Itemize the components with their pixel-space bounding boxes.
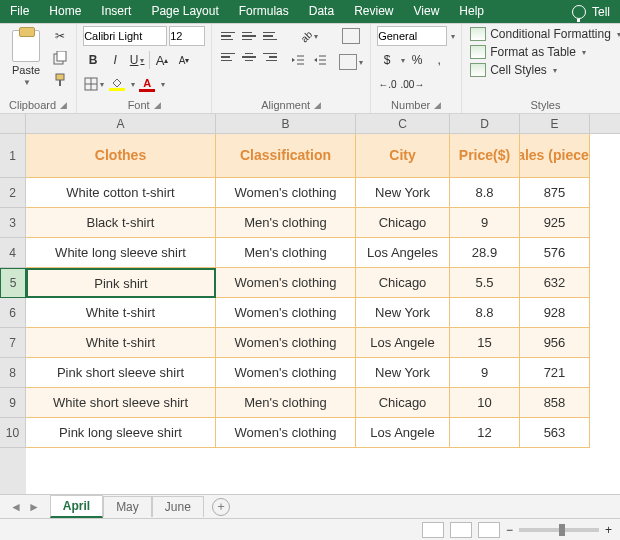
dialog-launcher-icon[interactable]: ◢ xyxy=(60,100,67,110)
tab-formulas[interactable]: Formulas xyxy=(229,0,299,23)
fill-color-button[interactable] xyxy=(107,74,127,94)
dialog-launcher-icon[interactable]: ◢ xyxy=(434,100,441,110)
cell[interactable]: 632 xyxy=(520,268,590,298)
cell[interactable]: Pink shirt xyxy=(26,268,216,298)
header-cell[interactable]: Clothes xyxy=(26,134,216,178)
percent-format-button[interactable]: % xyxy=(407,50,427,70)
font-name-select[interactable] xyxy=(83,26,167,46)
chevron-down-icon[interactable]: ▾ xyxy=(401,56,405,65)
page-break-view-button[interactable] xyxy=(478,522,500,538)
cell[interactable]: 8.8 xyxy=(450,298,520,328)
select-all-cell[interactable] xyxy=(0,114,26,133)
align-bottom-button[interactable] xyxy=(260,26,280,46)
cell[interactable]: White t-shirt xyxy=(26,328,216,358)
cell[interactable]: Chicago xyxy=(356,268,450,298)
sheet-tab[interactable]: June xyxy=(152,496,204,517)
tab-home[interactable]: Home xyxy=(39,0,91,23)
comma-format-button[interactable]: , xyxy=(429,50,449,70)
new-sheet-button[interactable]: ＋ xyxy=(212,498,230,516)
cell[interactable]: White cotton t-shirt xyxy=(26,178,216,208)
cell[interactable]: 875 xyxy=(520,178,590,208)
cell[interactable]: Chicago xyxy=(356,388,450,418)
row-header-6[interactable]: 6 xyxy=(0,298,26,328)
header-cell[interactable]: Classification xyxy=(216,134,356,178)
dialog-launcher-icon[interactable]: ◢ xyxy=(154,100,161,110)
font-size-select[interactable] xyxy=(169,26,205,46)
cell[interactable]: 5.5 xyxy=(450,268,520,298)
font-color-button[interactable]: A xyxy=(137,74,157,94)
tell-me[interactable]: Tell xyxy=(562,0,620,23)
cell[interactable]: Women's clothing xyxy=(216,178,356,208)
chevron-down-icon[interactable]: ▾ xyxy=(161,80,165,89)
cell[interactable]: 9 xyxy=(450,358,520,388)
increase-decimal-button[interactable]: ←.0 xyxy=(377,74,397,94)
row-header-2[interactable]: 2 xyxy=(0,178,26,208)
sheet-tab[interactable]: May xyxy=(103,496,152,517)
sheet-nav-prev[interactable]: ◄ xyxy=(10,500,22,514)
column-header-D[interactable]: D xyxy=(450,114,520,133)
cell[interactable]: Women's clothing xyxy=(216,418,356,448)
bold-button[interactable]: B xyxy=(83,50,103,70)
cell[interactable]: 956 xyxy=(520,328,590,358)
zoom-in-button[interactable]: + xyxy=(605,523,612,537)
column-header-B[interactable]: B xyxy=(216,114,356,133)
tab-review[interactable]: Review xyxy=(344,0,403,23)
cell[interactable]: Pink short sleeve shirt xyxy=(26,358,216,388)
cell[interactable]: Los Angeles xyxy=(356,238,450,268)
header-cell[interactable]: Price($) xyxy=(450,134,520,178)
align-left-button[interactable] xyxy=(218,47,238,67)
cell[interactable]: White long sleeve shirt xyxy=(26,238,216,268)
cell[interactable]: Women's clothing xyxy=(216,268,356,298)
cell[interactable]: New York xyxy=(356,358,450,388)
cell[interactable]: Women's clothing xyxy=(216,328,356,358)
row-header-4[interactable]: 4 xyxy=(0,238,26,268)
tab-help[interactable]: Help xyxy=(449,0,494,23)
orientation-button[interactable]: ab▾ xyxy=(299,26,319,46)
header-cell[interactable]: City xyxy=(356,134,450,178)
cell[interactable]: Women's clothing xyxy=(216,358,356,388)
paste-button[interactable]: Paste ▼ xyxy=(6,26,46,91)
cell[interactable]: 563 xyxy=(520,418,590,448)
cell[interactable]: 721 xyxy=(520,358,590,388)
cell[interactable]: Pink long sleeve shirt xyxy=(26,418,216,448)
worksheet-grid[interactable]: ClothesClassificationCityPrice($)Sales (… xyxy=(26,134,620,494)
zoom-slider[interactable] xyxy=(519,528,599,532)
cut-button[interactable]: ✂ xyxy=(50,26,70,46)
cell[interactable]: 12 xyxy=(450,418,520,448)
sheet-tab-active[interactable]: April xyxy=(50,495,103,518)
row-header-1[interactable]: 1 xyxy=(0,134,26,178)
decrease-decimal-button[interactable]: .00→ xyxy=(399,74,425,94)
tab-file[interactable]: File xyxy=(0,0,39,23)
row-header-10[interactable]: 10 xyxy=(0,418,26,448)
tab-insert[interactable]: Insert xyxy=(91,0,141,23)
cell[interactable]: 8.8 xyxy=(450,178,520,208)
cell[interactable]: 10 xyxy=(450,388,520,418)
page-layout-view-button[interactable] xyxy=(450,522,472,538)
sheet-nav-next[interactable]: ► xyxy=(28,500,40,514)
cell[interactable]: Los Angele xyxy=(356,328,450,358)
decrease-indent-button[interactable] xyxy=(288,50,308,70)
cell[interactable]: 15 xyxy=(450,328,520,358)
row-header-7[interactable]: 7 xyxy=(0,328,26,358)
increase-indent-button[interactable] xyxy=(310,50,330,70)
merge-center-button[interactable]: ▾ xyxy=(338,52,364,72)
cell[interactable]: Black t-shirt xyxy=(26,208,216,238)
cell[interactable]: 576 xyxy=(520,238,590,268)
tab-view[interactable]: View xyxy=(404,0,450,23)
row-header-3[interactable]: 3 xyxy=(0,208,26,238)
cell[interactable]: 9 xyxy=(450,208,520,238)
column-header-C[interactable]: C xyxy=(356,114,450,133)
cell[interactable]: Men's clothing xyxy=(216,238,356,268)
align-center-button[interactable] xyxy=(239,47,259,67)
cell[interactable]: White short sleeve shirt xyxy=(26,388,216,418)
cell-styles-button[interactable]: Cell Styles▾ xyxy=(468,62,620,78)
align-right-button[interactable] xyxy=(260,47,280,67)
cell[interactable]: Chicago xyxy=(356,208,450,238)
column-header-E[interactable]: E xyxy=(520,114,590,133)
cell[interactable]: New York xyxy=(356,178,450,208)
cell[interactable]: Los Angele xyxy=(356,418,450,448)
copy-button[interactable] xyxy=(50,48,70,68)
column-header-A[interactable]: A xyxy=(26,114,216,133)
format-as-table-button[interactable]: Format as Table▾ xyxy=(468,44,620,60)
cell[interactable]: 925 xyxy=(520,208,590,238)
